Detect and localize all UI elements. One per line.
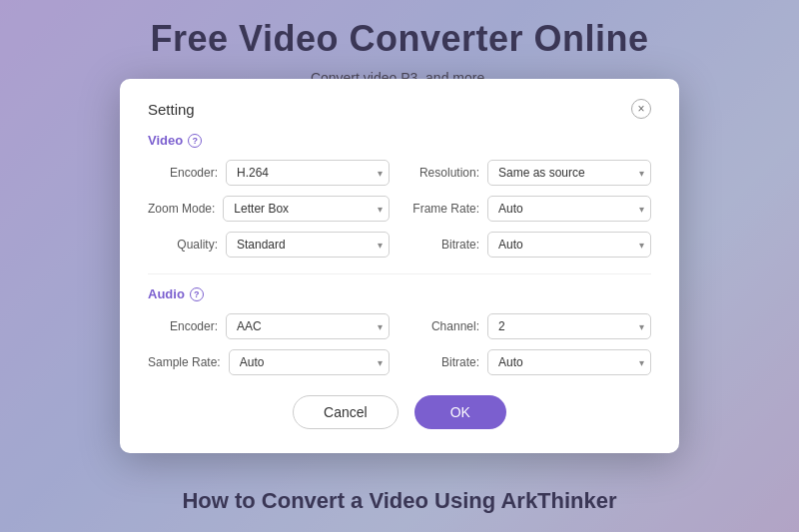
video-settings-grid: Encoder: H.264 H.265 MPEG-4 VP9 ▾ Resolu… (148, 160, 651, 258)
zoom-mode-row: Zoom Mode: Letter Box Pan & Scan Full ▾ (148, 196, 390, 222)
audio-bitrate-select[interactable]: Auto 128k 192k 256k 320k (487, 349, 651, 375)
resolution-row: Resolution: Same as source 1920x1080 128… (409, 160, 651, 186)
dialog-overlay: Setting × Video ? Encoder: H.264 H.265 M… (0, 0, 799, 532)
video-bitrate-select[interactable]: Auto 1000k 2000k 5000k (487, 232, 651, 258)
audio-bitrate-select-wrapper: Auto 128k 192k 256k 320k ▾ (487, 349, 651, 375)
channel-row: Channel: 2 1 6 ▾ (409, 313, 651, 339)
audio-encoder-select-wrapper: AAC MP3 AC3 OGG ▾ (226, 313, 390, 339)
video-help-icon[interactable]: ? (188, 134, 202, 148)
video-bitrate-label: Bitrate: (409, 238, 479, 252)
video-bitrate-row: Bitrate: Auto 1000k 2000k 5000k ▾ (409, 232, 651, 258)
ok-button[interactable]: OK (414, 395, 506, 429)
quality-row: Quality: Standard High Low Custom ▾ (148, 232, 390, 258)
section-divider (148, 273, 651, 274)
close-button[interactable]: × (631, 99, 651, 119)
cancel-button[interactable]: Cancel (293, 395, 399, 429)
quality-select-wrapper: Standard High Low Custom ▾ (226, 232, 390, 258)
frame-rate-label: Frame Rate: (409, 202, 479, 216)
dialog-footer: Cancel OK (148, 395, 651, 429)
sample-rate-label: Sample Rate: (148, 355, 221, 369)
channel-select[interactable]: 2 1 6 (487, 313, 651, 339)
frame-rate-row: Frame Rate: Auto 23.976 25 29.97 30 60 ▾ (409, 196, 651, 222)
audio-bitrate-label: Bitrate: (409, 355, 479, 369)
dialog-header: Setting × (148, 99, 651, 119)
resolution-label: Resolution: (409, 166, 479, 180)
video-bitrate-select-wrapper: Auto 1000k 2000k 5000k ▾ (487, 232, 651, 258)
settings-dialog: Setting × Video ? Encoder: H.264 H.265 M… (120, 79, 679, 453)
framerate-select-wrapper: Auto 23.976 25 29.97 30 60 ▾ (487, 196, 651, 222)
encoder-label: Encoder: (148, 166, 218, 180)
quality-select[interactable]: Standard High Low Custom (226, 232, 390, 258)
dialog-title: Setting (148, 101, 195, 118)
sample-rate-row: Sample Rate: Auto 44100 48000 22050 ▾ (148, 349, 390, 375)
resolution-select[interactable]: Same as source 1920x1080 1280x720 854x48… (487, 160, 651, 186)
channel-label: Channel: (409, 319, 479, 333)
video-section-label: Video ? (148, 133, 651, 148)
sample-rate-select-wrapper: Auto 44100 48000 22050 ▾ (229, 349, 390, 375)
framerate-select[interactable]: Auto 23.976 25 29.97 30 60 (487, 196, 651, 222)
audio-section-label: Audio ? (148, 286, 651, 301)
zoom-select[interactable]: Letter Box Pan & Scan Full (223, 196, 390, 222)
zoom-select-wrapper: Letter Box Pan & Scan Full ▾ (223, 196, 390, 222)
encoder-select[interactable]: H.264 H.265 MPEG-4 VP9 (226, 160, 390, 186)
video-encoder-row: Encoder: H.264 H.265 MPEG-4 VP9 ▾ (148, 160, 390, 186)
resolution-select-wrapper: Same as source 1920x1080 1280x720 854x48… (487, 160, 651, 186)
audio-bitrate-row: Bitrate: Auto 128k 192k 256k 320k ▾ (409, 349, 651, 375)
audio-encoder-label: Encoder: (148, 319, 218, 333)
audio-encoder-select[interactable]: AAC MP3 AC3 OGG (226, 313, 390, 339)
audio-help-icon[interactable]: ? (190, 287, 204, 301)
sample-rate-select[interactable]: Auto 44100 48000 22050 (229, 349, 390, 375)
encoder-select-wrapper: H.264 H.265 MPEG-4 VP9 ▾ (226, 160, 390, 186)
zoom-mode-label: Zoom Mode: (148, 202, 215, 216)
audio-encoder-row: Encoder: AAC MP3 AC3 OGG ▾ (148, 313, 390, 339)
channel-select-wrapper: 2 1 6 ▾ (487, 313, 651, 339)
quality-label: Quality: (148, 238, 218, 252)
audio-settings-grid: Encoder: AAC MP3 AC3 OGG ▾ Channel: 2 (148, 313, 651, 375)
